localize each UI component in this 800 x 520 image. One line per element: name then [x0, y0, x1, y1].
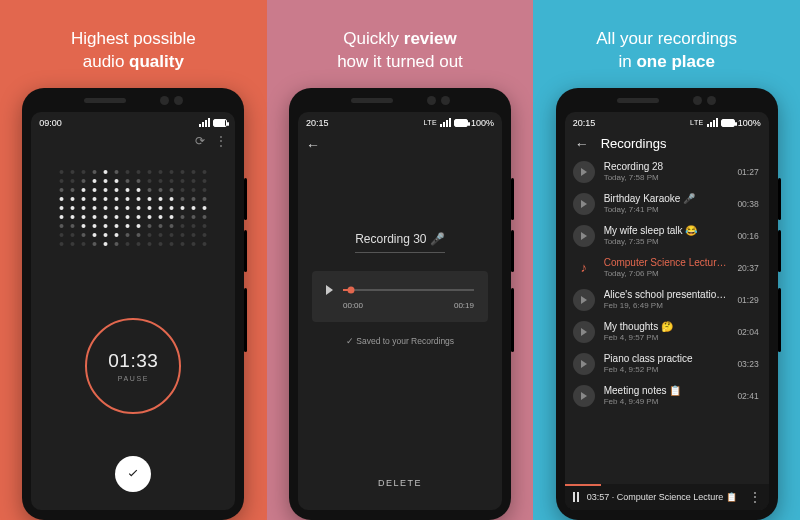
recording-duration: 01:27: [737, 167, 758, 177]
recording-subtitle: Feb 4, 9:49 PM: [604, 397, 729, 406]
recording-duration: 02:41: [737, 391, 758, 401]
recording-duration: 20:37: [737, 263, 758, 273]
lte-label: LTE: [690, 119, 704, 126]
now-playing-progress: [565, 484, 602, 486]
marketing-panel-1: Highest possible audio quality 09:00 ⟳ ⋮: [0, 0, 267, 520]
status-bar: 20:15 LTE 100%: [565, 112, 769, 130]
recording-subtitle: Today, 7:06 PM: [604, 269, 729, 278]
phone-frame: 20:15 LTE 100% ← Recordings Recording 28…: [556, 88, 778, 520]
now-playing-bar[interactable]: 03:57 · Computer Science Lecture 📋 ⋮: [565, 484, 769, 510]
play-icon[interactable]: [573, 385, 595, 407]
screen-review: 20:15 LTE 100% ← Recording 30 🎤: [298, 112, 502, 510]
recording-title: Alice's school presentation ❤️: [604, 289, 729, 300]
status-time: 20:15: [573, 118, 596, 128]
list-item[interactable]: Birthday Karaoke 🎤Today, 7:41 PM00:38: [565, 188, 769, 220]
recording-title: My thoughts 🤔: [604, 321, 729, 332]
recording-duration: 00:38: [737, 199, 758, 209]
recording-title: Meeting notes 📋: [604, 385, 729, 396]
battery-icon: [454, 119, 468, 127]
play-icon[interactable]: [573, 161, 595, 183]
recording-subtitle: Feb 4, 9:52 PM: [604, 365, 729, 374]
play-icon[interactable]: [573, 225, 595, 247]
play-icon[interactable]: [326, 285, 333, 295]
saved-confirmation: ✓ Saved to your Recordings: [298, 336, 502, 346]
status-time: 20:15: [306, 118, 329, 128]
now-playing-title: 03:57 · Computer Science Lecture 📋: [587, 492, 741, 502]
recording-title: My wife sleep talk 😂: [604, 225, 729, 236]
overflow-icon[interactable]: ⋮: [749, 495, 761, 500]
list-item[interactable]: Recording 28Today, 7:58 PM01:27: [565, 156, 769, 188]
status-bar: 09:00: [31, 112, 235, 130]
recording-duration: 00:16: [737, 231, 758, 241]
back-icon[interactable]: ←: [306, 137, 320, 153]
list-item[interactable]: Alice's school presentation ❤️Feb 19, 6:…: [565, 284, 769, 316]
list-item[interactable]: My wife sleep talk 😂Today, 7:35 PM00:16: [565, 220, 769, 252]
battery-icon: [721, 119, 735, 127]
menu-icon[interactable]: ⋮: [215, 134, 227, 148]
playback-pos: 00:00: [343, 301, 363, 310]
list-item[interactable]: ♪Computer Science Lecture 📋Today, 7:06 P…: [565, 252, 769, 284]
recording-subtitle: Today, 7:58 PM: [604, 173, 729, 182]
status-time: 09:00: [39, 118, 62, 128]
recording-title: Computer Science Lecture 📋: [604, 257, 729, 268]
record-timer-ring[interactable]: 01:33 PAUSE: [85, 318, 181, 414]
stop-button[interactable]: [115, 456, 151, 492]
seek-slider[interactable]: [343, 289, 474, 291]
play-icon[interactable]: [573, 321, 595, 343]
status-bar: 20:15 LTE 100%: [298, 112, 502, 130]
recording-subtitle: Today, 7:35 PM: [604, 237, 729, 246]
audio-player: 00:00 00:19: [312, 271, 488, 322]
recording-title: Recording 28: [604, 161, 729, 172]
note-icon[interactable]: ♪: [573, 257, 595, 279]
battery-icon: [213, 119, 227, 127]
marketing-panel-2: Quickly review how it turned out 20:15 L…: [267, 0, 534, 520]
recording-duration: 02:04: [737, 327, 758, 337]
recording-subtitle: Feb 4, 9:57 PM: [604, 333, 729, 342]
signal-icon: [440, 118, 451, 127]
battery-pct: 100%: [471, 118, 494, 128]
recording-title-input[interactable]: Recording 30 🎤: [355, 232, 445, 253]
screen-recorder: 09:00 ⟳ ⋮ 01:33 PAUSE: [31, 112, 235, 510]
audio-visualizer: [60, 166, 207, 250]
elapsed-time: 01:33: [108, 350, 158, 372]
list-item[interactable]: My thoughts 🤔Feb 4, 9:57 PM02:04: [565, 316, 769, 348]
panel2-caption: Quickly review how it turned out: [337, 28, 463, 74]
recording-title: Piano class practice: [604, 353, 729, 364]
back-icon[interactable]: ←: [575, 136, 589, 152]
repeat-icon[interactable]: ⟳: [195, 134, 205, 148]
signal-icon: [707, 118, 718, 127]
phone-frame: 20:15 LTE 100% ← Recording 30 🎤: [289, 88, 511, 520]
recording-subtitle: Today, 7:41 PM: [604, 205, 729, 214]
panel1-caption: Highest possible audio quality: [71, 28, 196, 74]
marketing-panel-3: All your recordings in one place 20:15 L…: [533, 0, 800, 520]
recordings-list[interactable]: Recording 28Today, 7:58 PM01:27Birthday …: [565, 156, 769, 484]
recording-duration: 03:23: [737, 359, 758, 369]
list-item[interactable]: Meeting notes 📋Feb 4, 9:49 PM02:41: [565, 380, 769, 412]
recording-title: Birthday Karaoke 🎤: [604, 193, 729, 204]
battery-pct: 100%: [738, 118, 761, 128]
recording-subtitle: Feb 19, 6:49 PM: [604, 301, 729, 310]
play-icon[interactable]: [573, 289, 595, 311]
recording-duration: 01:29: [737, 295, 758, 305]
lte-label: LTE: [423, 119, 437, 126]
list-item[interactable]: Piano class practiceFeb 4, 9:52 PM03:23: [565, 348, 769, 380]
panel3-caption: All your recordings in one place: [596, 28, 737, 74]
signal-icon: [199, 118, 210, 127]
page-title: Recordings: [601, 136, 667, 151]
play-icon[interactable]: [573, 193, 595, 215]
play-icon[interactable]: [573, 353, 595, 375]
pause-icon[interactable]: [573, 492, 579, 502]
playback-dur: 00:19: [454, 301, 474, 310]
pause-label: PAUSE: [118, 375, 149, 382]
screen-library: 20:15 LTE 100% ← Recordings Recording 28…: [565, 112, 769, 510]
phone-frame: 09:00 ⟳ ⋮ 01:33 PAUSE: [22, 88, 244, 520]
delete-button[interactable]: DELETE: [378, 478, 422, 488]
